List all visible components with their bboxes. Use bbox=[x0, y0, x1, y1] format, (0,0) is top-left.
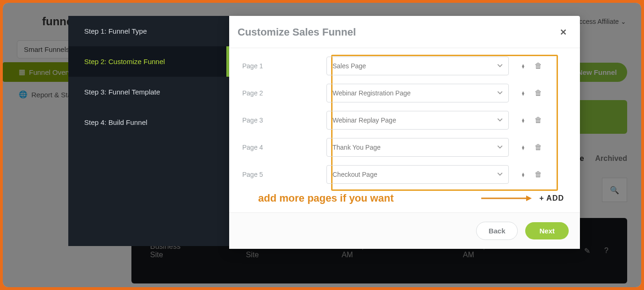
page-label: Page 4 bbox=[242, 144, 326, 151]
trash-icon[interactable]: 🗑 bbox=[535, 116, 542, 124]
sort-icon[interactable]: ▴▾ bbox=[522, 172, 524, 177]
page-row-3: Page 3 Webinar Replay Page ▴▾ 🗑 bbox=[242, 111, 567, 130]
sort-icon[interactable]: ▴▾ bbox=[522, 64, 524, 68]
chevron-down-icon bbox=[497, 62, 503, 70]
next-button[interactable]: Next bbox=[525, 222, 569, 239]
chevron-down-icon bbox=[497, 89, 503, 97]
back-button[interactable]: Back bbox=[476, 222, 518, 240]
page-label: Page 3 bbox=[242, 116, 326, 124]
chevron-down-icon bbox=[497, 144, 503, 151]
page-select[interactable]: Checkout Page bbox=[326, 165, 509, 184]
customize-funnel-modal: Customize Sales Funnel ✕ Page 1 Sales Pa… bbox=[229, 16, 580, 249]
page-select[interactable]: Sales Page bbox=[326, 57, 509, 75]
wizard-steps: Step 1: Funnel Type Step 2: Customize Fu… bbox=[68, 16, 229, 246]
step-funnel-template[interactable]: Step 3: Funnel Template bbox=[68, 77, 229, 107]
sort-icon[interactable]: ▴▾ bbox=[522, 145, 524, 150]
page-row-5: Page 5 Checkout Page ▴▾ 🗑 bbox=[242, 165, 567, 184]
step-build-funnel[interactable]: Step 4: Build Funnel bbox=[68, 107, 229, 138]
page-row-4: Page 4 Thank You Page ▴▾ 🗑 bbox=[242, 138, 567, 157]
add-page-button[interactable]: + ADD bbox=[539, 194, 564, 203]
page-select[interactable]: Thank You Page bbox=[326, 138, 509, 157]
step-customize-funnel[interactable]: Step 2: Customize Funnel bbox=[68, 46, 229, 77]
step-funnel-type[interactable]: Step 1: Funnel Type bbox=[68, 16, 229, 46]
page-row-2: Page 2 Webinar Registration Page ▴▾ 🗑 bbox=[242, 84, 567, 102]
trash-icon[interactable]: 🗑 bbox=[535, 143, 542, 152]
sort-icon[interactable]: ▴▾ bbox=[522, 118, 524, 123]
page-select[interactable]: Webinar Replay Page bbox=[326, 111, 509, 130]
annotation-text: add more pages if you want bbox=[258, 192, 394, 204]
trash-icon[interactable]: 🗑 bbox=[535, 170, 542, 179]
page-row-1: Page 1 Sales Page ▴▾ 🗑 bbox=[242, 57, 567, 75]
close-icon[interactable]: ✕ bbox=[560, 27, 567, 37]
sort-icon[interactable]: ▴▾ bbox=[522, 91, 524, 95]
page-label: Page 2 bbox=[242, 89, 326, 97]
page-select[interactable]: Webinar Registration Page bbox=[326, 84, 509, 102]
arrow-right-icon bbox=[404, 195, 533, 202]
page-label: Page 1 bbox=[242, 62, 326, 70]
trash-icon[interactable]: 🗑 bbox=[535, 62, 542, 70]
chevron-down-icon bbox=[497, 116, 503, 124]
trash-icon[interactable]: 🗑 bbox=[535, 89, 542, 97]
page-label: Page 5 bbox=[242, 171, 326, 178]
modal-title: Customize Sales Funnel bbox=[238, 26, 356, 38]
chevron-down-icon bbox=[497, 171, 503, 178]
